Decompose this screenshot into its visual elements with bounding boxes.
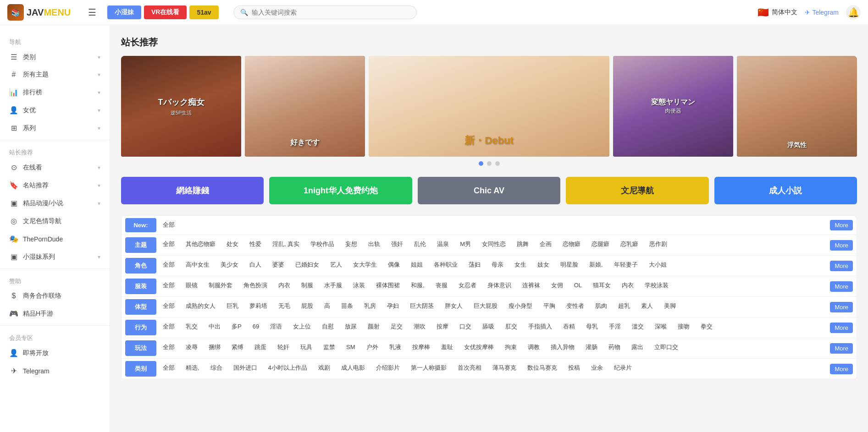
filter-tag-6-18[interactable]: 药物 [607, 342, 622, 352]
filter-tag-6-17[interactable]: 灌肠 [584, 342, 599, 352]
cta-1night[interactable]: 1night华人免费约炮 [269, 177, 412, 204]
sidebar-item-ranking[interactable]: 📊 排行榜 ▾ [0, 83, 110, 101]
filter-tag-6-2[interactable]: 捆绑 [207, 342, 222, 352]
filter-tag-2-17[interactable]: 年轻妻子 [612, 259, 640, 270]
filter-tag-3-8[interactable]: 裸体围裙 [374, 280, 402, 290]
filter-tag-5-11[interactable]: 潮吹 [412, 321, 427, 332]
filter-tag-7-7[interactable]: 介绍影片 [374, 362, 402, 373]
filter-tag-7-10[interactable]: 薄马赛克 [491, 362, 518, 373]
filter-tag-5-16[interactable]: 手指插入 [526, 321, 554, 332]
more-button-4[interactable]: More [830, 302, 853, 312]
cta-wenni[interactable]: 文尼導航 [566, 177, 708, 204]
filter-tag-6-8[interactable]: SM [344, 342, 357, 352]
filter-tag-3-6[interactable]: 水手服 [322, 280, 344, 290]
filter-tag-1-0[interactable]: 全部 [161, 239, 177, 249]
filter-tag-1-10[interactable]: 温泉 [435, 239, 451, 249]
filter-tag-6-13[interactable]: 女优按摩棒 [462, 342, 496, 352]
filter-tag-5-15[interactable]: 肛交 [503, 321, 519, 332]
filter-tag-4-6[interactable]: 高 [322, 301, 332, 311]
filter-tag-3-9[interactable]: 和服, [409, 280, 426, 290]
filter-tag-4-2[interactable]: 巨乳 [225, 301, 240, 311]
filter-tag-5-17[interactable]: 吞精 [561, 321, 577, 332]
filter-tag-4-15[interactable]: 变性者 [564, 301, 586, 311]
filter-tag-5-20[interactable]: 滥交 [630, 321, 646, 332]
filter-tag-3-2[interactable]: 制服外套 [207, 280, 234, 290]
filter-tag-1-5[interactable]: 学校作品 [309, 239, 336, 249]
sidebar-item-series[interactable]: ⊞ 系列 ▾ [0, 119, 110, 137]
filter-tag-2-1[interactable]: 高中女生 [184, 259, 211, 270]
filter-tag-1-15[interactable]: 恋物癖 [561, 239, 582, 249]
filter-tag-4-7[interactable]: 苗条 [339, 301, 355, 311]
filter-tag-2-10[interactable]: 各种职业 [432, 259, 459, 270]
filter-tag-1-16[interactable]: 恋腿癖 [590, 239, 611, 249]
filter-tag-7-6[interactable]: 成人电影 [339, 362, 367, 373]
filter-tag-3-5[interactable]: 制服 [299, 280, 315, 290]
more-button-3[interactable]: More [830, 281, 853, 292]
filter-tag-2-3[interactable]: 白人 [248, 259, 263, 270]
filter-tag-6-6[interactable]: 玩具 [299, 342, 314, 352]
nav-pill-51av[interactable]: 51av [189, 5, 218, 19]
filter-tag-7-1[interactable]: 精选, [184, 362, 201, 373]
cta-chicav[interactable]: Chic AV [418, 177, 560, 204]
filter-tag-2-11[interactable]: 荡妇 [467, 259, 482, 270]
sidebar-item-xiaoshimei[interactable]: ▣ 小湿妹系列 ▾ [0, 248, 110, 266]
filter-tag-6-19[interactable]: 露出 [630, 342, 645, 352]
filter-tag-5-0[interactable]: 全部 [161, 321, 177, 332]
filter-tag-2-0[interactable]: 全部 [161, 259, 177, 270]
filter-label-0[interactable]: New: [125, 218, 156, 232]
carousel-slide-2[interactable]: 新・Debut [369, 56, 609, 157]
telegram-button[interactable]: ✈ Telegram [805, 9, 839, 16]
filter-tag-5-8[interactable]: 放尿 [343, 321, 359, 332]
filter-tag-5-22[interactable]: 接吻 [676, 321, 691, 332]
cta-wangzhuanzhan[interactable]: 網絡賺錢 [121, 177, 264, 204]
filter-tag-2-2[interactable]: 美少女 [219, 259, 240, 270]
filter-tag-3-1[interactable]: 眼镜 [184, 280, 199, 290]
filter-tag-4-19[interactable]: 美脚 [662, 301, 678, 311]
filter-tag-4-10[interactable]: 巨大阴茎 [408, 301, 436, 311]
filter-tag-7-3[interactable]: 国外进口 [232, 362, 259, 373]
more-button-5[interactable]: More [830, 323, 853, 333]
filter-tag-7-14[interactable]: 纪录片 [612, 362, 634, 373]
filter-tag-3-0[interactable]: 全部 [161, 280, 177, 290]
filter-tag-4-16[interactable]: 肌肉 [593, 301, 609, 311]
filter-tag-3-3[interactable]: 角色扮演 [242, 280, 269, 290]
filter-label-2[interactable]: 角色 [125, 258, 156, 273]
filter-tag-2-4[interactable]: 婆婆 [271, 259, 286, 270]
more-button-7[interactable]: More [830, 364, 853, 374]
sidebar-item-anime[interactable]: ▣ 精品动漫/小说 ▾ [0, 194, 110, 212]
filter-tag-7-11[interactable]: 数位马赛克 [525, 362, 559, 373]
more-button-6[interactable]: More [830, 343, 853, 354]
filter-tag-3-10[interactable]: 丧服 [434, 280, 449, 290]
filter-tag-2-5[interactable]: 已婚妇女 [293, 259, 321, 270]
filter-tag-6-14[interactable]: 拘束 [503, 342, 519, 352]
filter-tag-6-11[interactable]: 按摩棒 [410, 342, 432, 352]
filter-tag-7-5[interactable]: 戏剧 [316, 362, 332, 373]
filter-tag-5-2[interactable]: 中出 [207, 321, 222, 332]
filter-tag-4-13[interactable]: 瘦小身型 [507, 301, 534, 311]
filter-tag-4-14[interactable]: 平胸 [542, 301, 557, 311]
filter-tag-5-10[interactable]: 足交 [389, 321, 404, 332]
filter-tag-5-21[interactable]: 深喉 [653, 321, 669, 332]
filter-tag-6-0[interactable]: 全部 [161, 342, 177, 352]
sidebar-item-vip[interactable]: 👤 即将开放 [0, 344, 110, 362]
more-button-1[interactable]: More [830, 240, 853, 251]
carousel-dot-1[interactable] [487, 161, 492, 166]
filter-tag-7-8[interactable]: 第一人称摄影 [409, 362, 448, 373]
filter-tag-1-14[interactable]: 企画 [538, 239, 553, 249]
filter-tag-1-3[interactable]: 性爱 [248, 239, 263, 249]
filter-tag-1-11[interactable]: M男 [458, 239, 473, 249]
filter-tag-3-15[interactable]: OL [572, 280, 584, 290]
filter-tag-7-0[interactable]: 全部 [161, 362, 177, 373]
carousel-dot-2[interactable] [495, 161, 500, 166]
filter-tag-7-9[interactable]: 首次亮相 [456, 362, 483, 373]
filter-tag-1-4[interactable]: 淫乱, 真实 [271, 239, 301, 249]
filter-tag-6-3[interactable]: 紧缚 [230, 342, 245, 352]
filter-tag-1-2[interactable]: 处女 [225, 239, 240, 249]
filter-tag-3-18[interactable]: 学校泳装 [643, 280, 670, 290]
filter-label-1[interactable]: 主题 [125, 237, 156, 253]
sidebar-item-themes[interactable]: # 所有主题 ▾ [0, 66, 110, 83]
filter-tag-5-9[interactable]: 颜射 [366, 321, 381, 332]
filter-tag-1-8[interactable]: 强奸 [389, 239, 405, 249]
filter-label-7[interactable]: 类别 [125, 361, 156, 377]
carousel-slide-0[interactable]: Tバック痴女 逆5P生活 [121, 56, 241, 157]
